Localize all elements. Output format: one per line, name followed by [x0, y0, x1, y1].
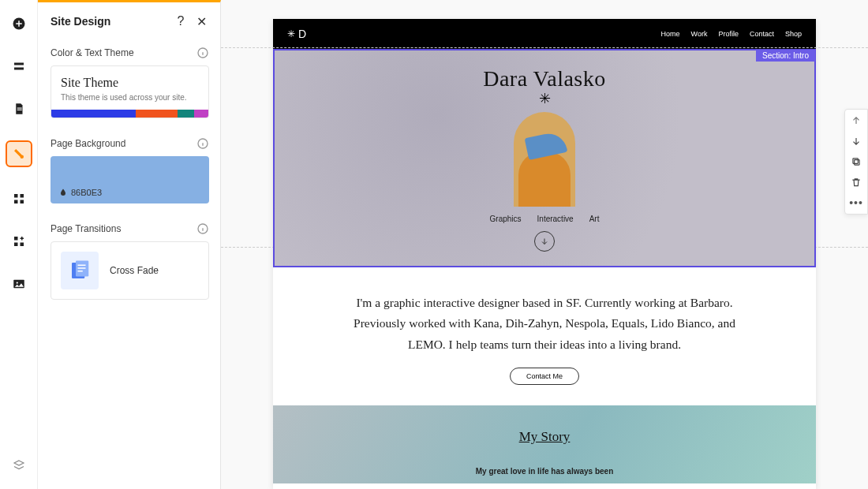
floating-toolbar: •••	[844, 109, 868, 215]
page-background-hex: 86B0E3	[58, 188, 102, 197]
bg-hex-value: 86B0E3	[71, 188, 102, 197]
nav-item[interactable]: Work	[691, 30, 708, 38]
drop-icon	[58, 188, 68, 197]
info-icon[interactable]	[196, 47, 209, 59]
svg-point-5	[20, 155, 24, 159]
story-section[interactable]: My Story My great love in life has alway…	[273, 405, 816, 483]
nav-item[interactable]: Home	[661, 30, 680, 38]
swatch	[194, 110, 208, 118]
sections-tool[interactable]	[8, 55, 30, 77]
hero-title[interactable]: Dara Valasko	[275, 66, 814, 91]
svg-rect-2	[14, 68, 24, 70]
site-logo[interactable]: ✳ D	[287, 28, 306, 40]
svg-rect-21	[78, 267, 86, 269]
site-nav: Home Work Profile Contact Shop	[661, 30, 802, 38]
svg-rect-9	[20, 200, 24, 204]
hero-tag[interactable]: Interactive	[537, 215, 574, 223]
svg-rect-22	[78, 271, 83, 272]
duplicate-button[interactable]	[850, 155, 862, 168]
hero-tag[interactable]: Graphics	[490, 215, 522, 223]
logo-mark: ✳	[287, 28, 295, 39]
transition-value: Cross Fade	[110, 265, 159, 276]
nav-item[interactable]: Contact	[750, 30, 774, 38]
svg-rect-10	[14, 237, 18, 241]
svg-rect-1	[14, 63, 24, 65]
move-up-button[interactable]	[850, 114, 862, 127]
panel-title: Site Design	[51, 15, 168, 28]
contact-button[interactable]: Contact Me	[510, 368, 579, 385]
transition-icon	[61, 252, 99, 289]
svg-rect-7	[20, 194, 24, 198]
page-transitions-section: Page Transitions Cross Fade	[38, 216, 220, 312]
more-options-button[interactable]: •••	[850, 196, 862, 209]
site-theme-card[interactable]: Site Theme This theme is used across you…	[51, 65, 209, 118]
apps-tool[interactable]	[8, 188, 30, 210]
page-background-section: Page Background 86B0E3	[38, 131, 220, 216]
site-design-tool[interactable]	[6, 140, 32, 167]
svg-rect-4	[17, 110, 21, 110]
hero-tag[interactable]: Art	[589, 215, 600, 223]
hero-tags: Graphics Interactive Art	[275, 215, 814, 223]
nav-item[interactable]: Shop	[785, 30, 802, 38]
site-header: ✳ D Home Work Profile Contact Shop	[273, 19, 816, 49]
hero-section[interactable]: Section: Intro Dara Valasko ✳ Graphics I…	[273, 49, 816, 267]
move-down-button[interactable]	[850, 135, 862, 147]
intro-section[interactable]: I'm a graphic interactive designer based…	[273, 267, 816, 405]
close-panel-button[interactable]: ✕	[193, 13, 209, 29]
swatch	[51, 110, 136, 118]
ruler-guide	[221, 47, 868, 48]
svg-rect-11	[14, 243, 18, 247]
svg-rect-6	[14, 194, 18, 198]
help-button[interactable]: ?	[173, 13, 189, 29]
svg-rect-12	[20, 243, 24, 247]
hero-ornament-icon: ✳	[275, 90, 814, 107]
add-element-tool[interactable]	[8, 13, 30, 35]
layers-tool[interactable]	[8, 454, 30, 476]
info-icon[interactable]	[196, 222, 209, 235]
swatch	[136, 110, 178, 118]
svg-rect-24	[853, 159, 858, 163]
info-icon[interactable]	[196, 137, 209, 150]
media-tool[interactable]	[8, 273, 30, 295]
color-text-theme-section: Color & Text Theme Site Theme This theme…	[38, 40, 220, 131]
theme-subtitle: This theme is used across your site.	[61, 93, 199, 102]
site-design-panel: Site Design ? ✕ Color & Text Theme Site …	[38, 0, 221, 489]
left-tool-rail	[0, 0, 38, 489]
nav-item[interactable]: Profile	[718, 30, 739, 38]
svg-point-14	[16, 282, 17, 283]
scroll-down-icon[interactable]	[534, 231, 555, 252]
editor-canvas[interactable]: ✳ D Home Work Profile Contact Shop Secti…	[221, 0, 868, 489]
section-label-badge: Section: Intro	[756, 50, 815, 62]
page-background-label: Page Background	[51, 138, 125, 149]
svg-rect-23	[855, 160, 859, 165]
add-apps-tool[interactable]	[8, 230, 30, 252]
pages-tool[interactable]	[8, 98, 30, 120]
svg-rect-20	[78, 265, 86, 267]
theme-swatches	[51, 110, 208, 118]
panel-header: Site Design ? ✕	[38, 2, 220, 40]
intro-text[interactable]: I'm a graphic interactive designer based…	[336, 293, 753, 355]
swatch	[178, 110, 194, 118]
svg-rect-8	[14, 200, 18, 204]
page-stage[interactable]: ✳ D Home Work Profile Contact Shop Secti…	[273, 19, 816, 489]
hero-image[interactable]	[514, 112, 575, 207]
svg-rect-3	[17, 108, 21, 109]
story-subtitle[interactable]: My great love in life has always been	[273, 467, 816, 476]
page-background-card[interactable]: 86B0E3	[51, 156, 209, 203]
page-transitions-label: Page Transitions	[51, 223, 121, 234]
color-text-theme-label: Color & Text Theme	[51, 47, 134, 58]
story-title[interactable]: My Story	[273, 429, 816, 445]
page-transition-card[interactable]: Cross Fade	[51, 241, 209, 300]
logo-letter: D	[298, 28, 306, 40]
theme-title: Site Theme	[61, 76, 199, 90]
delete-button[interactable]	[850, 176, 862, 189]
